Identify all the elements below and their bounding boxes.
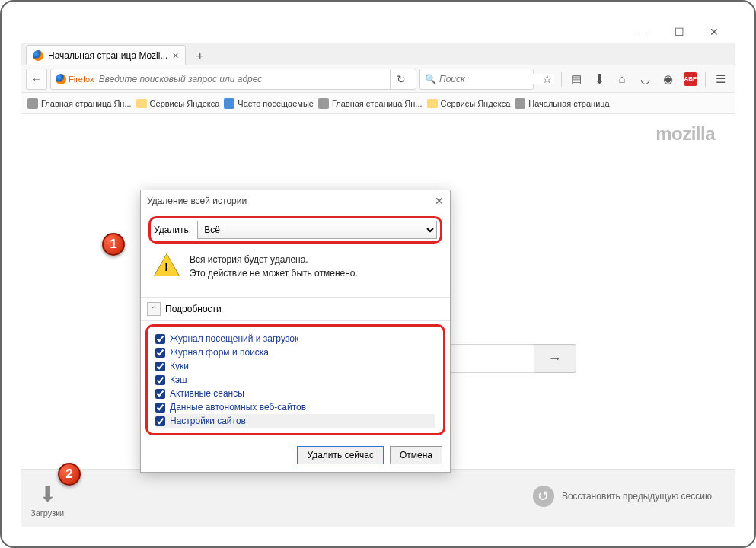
globe-icon [515,98,525,109]
maximize-button[interactable]: ☐ [662,21,697,43]
checkbox-offline[interactable]: Данные автономных веб-сайтов [155,400,435,414]
bookmark-item[interactable]: Часто посещаемые [224,98,314,109]
details-label: Подробности [165,304,222,314]
bookmark-item[interactable]: Главная страница Ян... [318,98,423,109]
cancel-button[interactable]: Отмена [390,446,442,464]
url-bar[interactable]: Firefox ↻ [50,68,416,90]
downloads-tile[interactable]: ⬇ Загрузки [30,482,64,518]
tab-active[interactable]: Начальная страница Mozil... × [26,45,186,65]
tab-title: Начальная страница Mozil... [48,50,167,61]
warning-line-1: Вся история будет удалена. [190,254,358,265]
firefox-icon [33,50,43,61]
back-button[interactable]: ← [26,68,47,90]
close-window-button[interactable]: ✕ [697,21,732,43]
bookmark-star-icon[interactable]: ☆ [537,69,557,89]
globe-icon [224,98,234,109]
chevron-up-icon: ⌃ [147,302,161,316]
download-arrow-icon: ⬇ [39,482,56,507]
dialog-title: Удаление всей истории [147,196,247,206]
highlight-box-2: Журнал посещений и загрузок Журнал форм … [145,324,445,435]
highlight-box-1: Удалить: Всё [148,216,442,244]
downloads-label: Загрузки [30,508,64,518]
menu-icon[interactable]: ☰ [710,69,730,89]
checkbox-history[interactable]: Журнал посещений и загрузок [155,332,435,346]
sidebar-icon[interactable]: ▤ [566,69,586,89]
homepage-bottom-bar: ⬇ Загрузки ↺ Восстановить предыдущую сес… [21,469,735,527]
globe-icon [318,98,329,109]
delete-label: Удалить: [154,225,191,235]
bookmark-item[interactable]: Сервисы Яндекса [136,99,220,108]
mozilla-logo: mozilla [656,123,715,145]
tab-bar: Начальная страница Mozil... × + [21,43,735,65]
bookmark-item[interactable]: Начальная страница [515,98,609,109]
bookmark-item[interactable]: Главная страница Ян... [27,98,132,109]
checkbox-forms[interactable]: Журнал форм и поиска [155,346,435,359]
tab-close-icon[interactable]: × [172,49,178,62]
adblock-icon[interactable]: ABP [681,69,700,89]
window-titlebar: — ☐ ✕ [21,21,735,43]
homepage-search-button[interactable]: → [534,344,576,373]
minimize-button[interactable]: — [627,21,662,43]
details-header[interactable]: ⌃ Подробности [141,297,450,321]
warning-icon: ! [155,254,179,276]
checkbox-sessions[interactable]: Активные сеансы [155,387,435,400]
restore-label: Восстановить предыдущую сессию [562,491,712,502]
restore-session[interactable]: ↺ Восстановить предыдущую сессию [533,486,712,507]
annotation-marker-2: 2 [58,463,81,486]
checkbox-cache[interactable]: Кэш [155,373,435,387]
restore-icon: ↺ [533,486,554,507]
home-icon[interactable]: ⌂ [612,69,632,89]
sync-icon[interactable]: ◉ [658,69,678,89]
new-tab-button[interactable]: + [190,48,210,65]
pocket-icon[interactable]: ◡ [635,69,655,89]
checkbox-sitesettings[interactable]: Настройки сайтов [155,414,435,428]
url-input[interactable] [99,74,385,84]
downloads-icon[interactable]: ⬇ [589,69,609,89]
separator [705,72,706,87]
clear-history-dialog: Удаление всей истории ✕ Удалить: Всё ! В… [140,190,451,473]
dialog-titlebar: Удаление всей истории ✕ [141,190,450,212]
checkbox-cookies[interactable]: Куки [155,359,435,373]
nav-toolbar: ← Firefox ↻ 🔍 ☆ ▤ ⬇ ⌂ ◡ ◉ ABP ☰ [21,65,735,93]
annotation-marker-1: 1 [102,233,125,256]
delete-now-button[interactable]: Удалить сейчас [297,446,383,464]
search-bar[interactable]: 🔍 [419,68,534,90]
time-range-select[interactable]: Всё [197,221,437,239]
folder-icon [427,99,438,108]
folder-icon [136,99,147,108]
bookmarks-toolbar: Главная страница Ян... Сервисы Яндекса Ч… [21,93,735,114]
dialog-close-icon[interactable]: ✕ [435,195,444,207]
identity-box: Firefox [56,74,94,84]
bookmark-item[interactable]: Сервисы Яндекса [427,99,511,108]
search-icon: 🔍 [425,74,436,84]
separator [561,72,562,87]
globe-icon [27,98,38,109]
warning-line-2: Это действие не может быть отменено. [190,268,358,279]
reload-button[interactable]: ↻ [390,69,411,89]
warning-row: ! Вся история будет удалена. Это действи… [148,244,442,291]
